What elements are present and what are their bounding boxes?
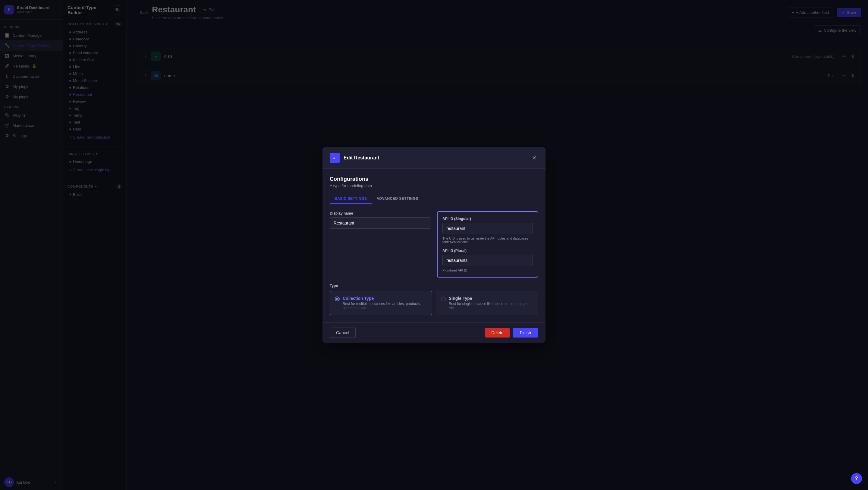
modal-section-subtitle: A type for modeling data — [330, 184, 538, 188]
type-section: Type Collection Type Best for multiple i… — [330, 283, 538, 315]
collection-type-desc: Best for multiple instances like article… — [343, 302, 427, 310]
modal-footer: Cancel Delete Finish — [322, 323, 546, 343]
api-id-plural-group: API ID (Plural) Pluralized API ID — [442, 249, 533, 272]
api-id-plural-hint: Pluralized API ID — [442, 269, 533, 272]
modal-overlay: CT Edit Restaurant ✕ Configurations A ty… — [0, 0, 868, 490]
modal-ct-badge: CT — [330, 153, 340, 163]
type-option-single[interactable]: Single Type Best for single instance lik… — [436, 291, 538, 315]
single-type-text: Single Type Best for single instance lik… — [449, 296, 533, 310]
api-id-singular-label: API ID (Singular) — [442, 217, 533, 221]
single-type-desc: Best for single instance like about us, … — [449, 302, 533, 310]
type-option-collection[interactable]: Collection Type Best for multiple instan… — [330, 291, 432, 315]
modal-tabs: Basic Settings Advanced Settings — [330, 194, 538, 204]
api-id-singular-group: API ID (Singular) The UID is used to gen… — [442, 217, 533, 244]
api-id-singular-hint: The UID is used to generate the API rout… — [442, 237, 533, 244]
single-type-title: Single Type — [449, 296, 533, 301]
display-name-label: Display name — [330, 211, 431, 215]
collection-type-text: Collection Type Best for multiple instan… — [343, 296, 427, 310]
collection-radio — [335, 297, 340, 301]
api-id-singular-input[interactable] — [442, 223, 533, 234]
single-radio — [441, 297, 446, 301]
tab-basic-settings[interactable]: Basic Settings — [330, 194, 372, 204]
cancel-button[interactable]: Cancel — [330, 328, 355, 338]
help-button[interactable]: ? — [851, 473, 862, 484]
modal-close-button[interactable]: ✕ — [530, 154, 538, 162]
modal-form: Display name API ID (Singular) The UID i… — [330, 211, 538, 315]
type-options: Collection Type Best for multiple instan… — [330, 291, 538, 315]
modal-body: Configurations A type for modeling data … — [322, 169, 546, 323]
modal-header-left: CT Edit Restaurant — [330, 153, 379, 163]
display-name-group: Display name — [330, 211, 431, 229]
edit-restaurant-modal: CT Edit Restaurant ✕ Configurations A ty… — [322, 147, 546, 343]
api-id-plural-label: API ID (Plural) — [442, 249, 533, 253]
api-id-plural-input[interactable] — [442, 255, 533, 266]
finish-button[interactable]: Finish — [513, 328, 538, 338]
api-id-box: API ID (Singular) The UID is used to gen… — [437, 211, 538, 278]
modal-title: Edit Restaurant — [344, 155, 379, 161]
tab-advanced-settings[interactable]: Advanced Settings — [372, 194, 423, 204]
modal-header: CT Edit Restaurant ✕ — [322, 147, 546, 169]
display-name-input[interactable] — [330, 217, 431, 229]
collection-type-title: Collection Type — [343, 296, 427, 301]
modal-section-title: Configurations — [330, 176, 538, 182]
delete-button[interactable]: Delete — [485, 328, 509, 338]
modal-footer-right: Delete Finish — [485, 328, 538, 338]
type-label: Type — [330, 283, 538, 288]
